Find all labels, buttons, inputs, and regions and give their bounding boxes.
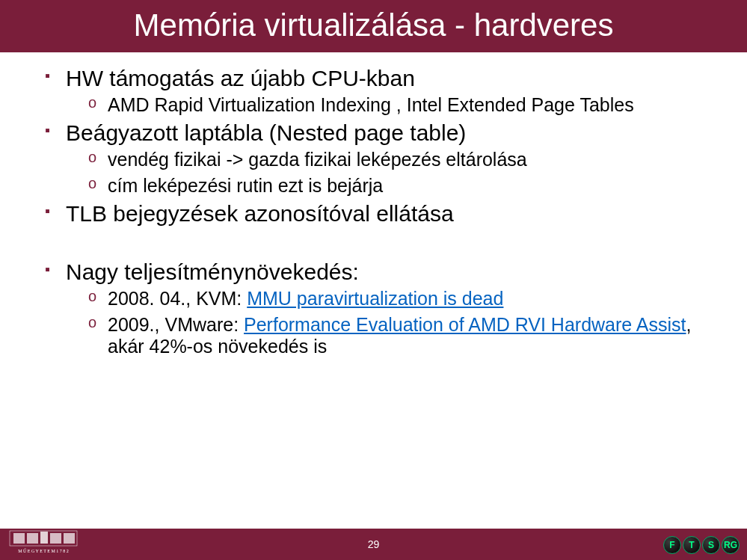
svg-rect-4 — [50, 533, 61, 544]
svg-text:M Ű E G Y E T E M  1 7 8 2: M Ű E G Y E T E M 1 7 8 2 — [18, 548, 69, 553]
svg-rect-1 — [13, 533, 25, 544]
list-item-text: Beágyazott laptábla (Nested page table) — [66, 120, 466, 145]
slide-title: Memória virtualizálása - hardveres — [134, 7, 614, 43]
link-amd-rvi[interactable]: Performance Evaluation of AMD RVI Hardwa… — [244, 314, 686, 335]
sub-item-text: vendég fizikai -> gazda fizikai leképezé… — [108, 149, 527, 170]
badge-icon: T — [683, 536, 701, 554]
slide-header: Memória virtualizálása - hardveres — [0, 0, 747, 52]
list-item-text: Nagy teljesítménynövekedés: — [66, 259, 359, 284]
slide-content: HW támogatás az újabb CPU-kban AMD Rapid… — [0, 52, 747, 357]
bullet-list: HW támogatás az újabb CPU-kban AMD Rapid… — [45, 66, 717, 357]
list-item: Nagy teljesítménynövekedés: 2008. 04., K… — [45, 259, 717, 357]
sub-list: 2008. 04., KVM: MMU paravirtualization i… — [88, 288, 717, 357]
sub-item-prefix: 2008. 04., KVM: — [108, 288, 247, 309]
page-number: 29 — [368, 538, 380, 550]
badge-icon: RG — [722, 536, 740, 554]
university-logo: M Ű E G Y E T E M 1 7 8 2 — [6, 527, 81, 559]
sub-list-item: vendég fizikai -> gazda fizikai leképezé… — [88, 149, 717, 170]
badge-icon: S — [702, 536, 720, 554]
svg-rect-2 — [27, 533, 38, 544]
list-item-text: TLB bejegyzések azonosítóval ellátása — [66, 201, 454, 226]
list-item: Beágyazott laptábla (Nested page table) … — [45, 120, 717, 197]
slide-footer: M Ű E G Y E T E M 1 7 8 2 29 F T S RG — [0, 529, 747, 560]
svg-rect-5 — [64, 533, 75, 544]
sub-item-prefix: 2009., VMware: — [108, 314, 244, 335]
svg-rect-3 — [40, 532, 48, 544]
badge-icon: F — [663, 536, 681, 554]
sub-item-text: cím leképezési rutin ezt is bejárja — [108, 175, 383, 196]
spacer — [45, 231, 717, 255]
list-item: TLB bejegyzések azonosítóval ellátása — [45, 201, 717, 227]
sub-list-item: 2008. 04., KVM: MMU paravirtualization i… — [88, 288, 717, 310]
link-mmu[interactable]: MMU paravirtualization is dead — [247, 288, 503, 309]
sub-list: vendég fizikai -> gazda fizikai leképezé… — [88, 149, 717, 197]
list-item-text: HW támogatás az újabb CPU-kban — [66, 66, 415, 90]
sub-list-item: AMD Rapid Virtualization Indexing , Inte… — [88, 94, 717, 116]
sub-list: AMD Rapid Virtualization Indexing , Inte… — [88, 94, 717, 116]
sub-list-item: cím leképezési rutin ezt is bejárja — [88, 175, 717, 197]
footer-badges: F T S RG — [663, 536, 740, 554]
sub-item-text: AMD Rapid Virtualization Indexing , Inte… — [108, 94, 634, 115]
list-item: HW támogatás az újabb CPU-kban AMD Rapid… — [45, 66, 717, 116]
sub-list-item: 2009., VMware: Performance Evaluation of… — [88, 314, 717, 357]
